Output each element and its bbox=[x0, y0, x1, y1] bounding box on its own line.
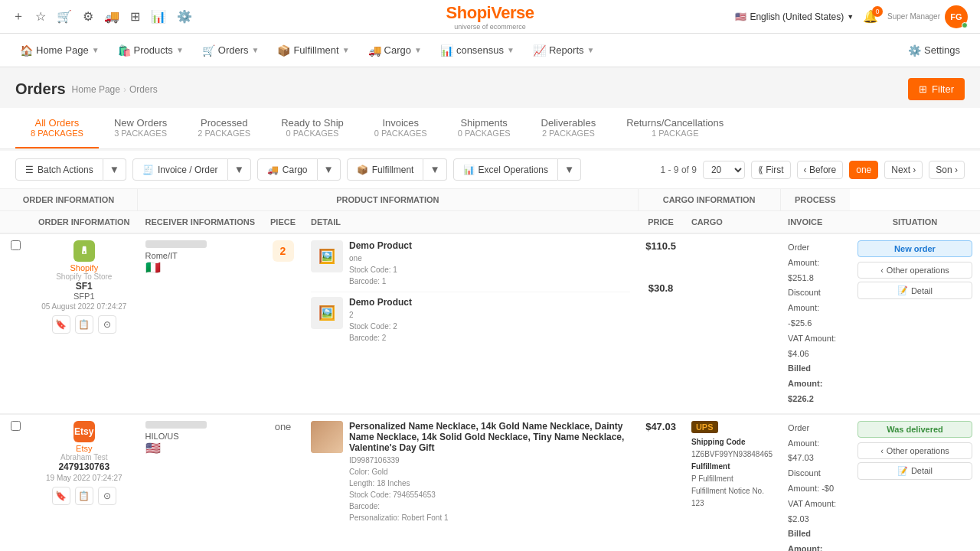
row2-detail-button[interactable]: 📝 Detail bbox=[858, 462, 972, 480]
last-page-button[interactable]: Son › bbox=[929, 161, 965, 179]
breadcrumb-sep: › bbox=[123, 84, 126, 95]
sidebar-item-orders[interactable]: 🛒 Orders ▼ bbox=[194, 40, 267, 61]
tab-returns[interactable]: Returns/Cancellations 1 PACKAGE bbox=[611, 108, 739, 148]
chart-icon[interactable]: 📊 bbox=[151, 9, 166, 24]
excel-button[interactable]: 📊 Excel Operations bbox=[453, 158, 558, 181]
tab-new-orders-label: New Orders bbox=[114, 117, 167, 129]
sidebar-item-consensus[interactable]: 📊 consensus ▼ bbox=[433, 40, 522, 61]
row1-billed: Billed Amount: $226.2 bbox=[788, 361, 842, 406]
row2-copy-btn[interactable]: 📋 bbox=[75, 487, 93, 505]
page-title-area: Orders Home Page › Orders bbox=[15, 80, 158, 98]
fulfillment-dropdown[interactable]: ▼ bbox=[423, 158, 446, 181]
tab-all-orders[interactable]: All Orders 8 PACKAGES bbox=[15, 108, 99, 148]
row1-location-text: Rome/IT bbox=[145, 251, 178, 260]
favorite-icon[interactable]: ☆ bbox=[35, 9, 46, 24]
tab-ready-to-ship[interactable]: Ready to Ship 0 PACKAGES bbox=[266, 108, 359, 148]
batch-icon: ☰ bbox=[25, 165, 34, 175]
user-profile[interactable]: Super Manager FG bbox=[887, 5, 968, 28]
row2-store-link[interactable]: Abraham Test bbox=[60, 453, 108, 461]
row2-checkbox[interactable] bbox=[11, 421, 21, 431]
batch-actions-label: Batch Actions bbox=[38, 165, 93, 175]
prev-page-button[interactable]: ‹ Before bbox=[797, 161, 844, 179]
row1-order-amount: Order Amount: $251.8 bbox=[788, 240, 842, 285]
row2-other-ops-button[interactable]: ‹ Other operations bbox=[858, 442, 972, 459]
row2-product-1-name: Personalized Name Necklace, 14k Gold Nam… bbox=[349, 421, 630, 453]
filter-label: Filter bbox=[932, 83, 954, 95]
cargo-dropdown[interactable]: ▼ bbox=[318, 158, 341, 181]
row1-product-2-meta: 2Stock Code: 2Barcode: 2 bbox=[349, 309, 412, 344]
gear-icon[interactable]: ⚙️ bbox=[177, 9, 192, 24]
grid-icon[interactable]: ⊞ bbox=[130, 9, 140, 24]
next-page-button[interactable]: Next › bbox=[884, 161, 923, 179]
row1-store-link[interactable]: Shopify To Store bbox=[56, 272, 112, 281]
row2-price-val: $47.03 bbox=[645, 421, 676, 432]
orders-table-container: ORDER INFORMATION PRODUCT INFORMATION CA… bbox=[0, 189, 980, 551]
row1-store-name[interactable]: Shopify bbox=[70, 263, 98, 272]
tab-new-orders[interactable]: New Orders 3 PACKAGES bbox=[99, 108, 182, 148]
us-flag-icon: 🇺🇸 bbox=[735, 11, 746, 22]
excel-dropdown[interactable]: ▼ bbox=[558, 158, 581, 181]
batch-actions-group: ☰ Batch Actions ▼ bbox=[15, 158, 126, 181]
row1-receiver-location: Rome/IT bbox=[145, 251, 255, 260]
row2-actions: 🔖 📋 ⊙ bbox=[52, 487, 116, 505]
row2-store-name[interactable]: Etsy bbox=[76, 444, 92, 453]
col-receiver: RECEIVER INFORMATIONS bbox=[138, 211, 263, 234]
tab-shipments[interactable]: Shipments 0 PACKAGES bbox=[443, 108, 526, 148]
filter-button[interactable]: ⊞ Filter bbox=[908, 78, 965, 100]
col-situation: SITUATION bbox=[850, 211, 980, 234]
row2-order-info: Etsy Etsy Abraham Test 2479130763 19 May… bbox=[31, 414, 138, 551]
sidebar-item-cargo[interactable]: 🚚 Cargo ▼ bbox=[361, 40, 430, 61]
notifications-button[interactable]: 🔔 0 bbox=[863, 9, 878, 24]
first-page-button[interactable]: ⟪ First bbox=[751, 161, 791, 179]
invoice-order-button[interactable]: 🧾 Invoice / Order bbox=[132, 158, 228, 181]
page-header: Orders Home Page › Orders ⊞ Filter bbox=[0, 67, 980, 108]
row1-checkbox[interactable] bbox=[11, 240, 21, 250]
tab-all-orders-count: 8 PACKAGES bbox=[31, 129, 83, 138]
row1-other-ops-button[interactable]: ‹ Other operations bbox=[858, 262, 972, 279]
truck-icon[interactable]: 🚚 bbox=[104, 9, 119, 24]
breadcrumb-home[interactable]: Home Page bbox=[72, 84, 120, 95]
row1-other-ops-label: Other operations bbox=[887, 266, 949, 275]
nav-fulfillment-label: Fulfillment bbox=[293, 44, 338, 56]
section-order-info: ORDER INFORMATION bbox=[0, 189, 138, 211]
consensus-icon: 📊 bbox=[440, 44, 453, 57]
cargo-button[interactable]: 🚚 Cargo bbox=[257, 158, 318, 181]
row2-more-btn[interactable]: ⊙ bbox=[98, 487, 116, 505]
cart-icon[interactable]: 🛒 bbox=[57, 9, 72, 24]
row2-bookmark-btn[interactable]: 🔖 bbox=[52, 487, 70, 505]
batch-actions-dropdown[interactable]: ▼ bbox=[103, 158, 126, 181]
fulfillment-button[interactable]: 📦 Fulfillment bbox=[347, 158, 424, 181]
row1-more-btn[interactable]: ⊙ bbox=[98, 315, 116, 334]
row1-products: 🖼️ Demo Product oneStock Code: 1Barcode:… bbox=[303, 233, 638, 414]
row1-product-2: 🖼️ Demo Product 2Stock Code: 2Barcode: 2 bbox=[311, 297, 630, 344]
row1-copy-btn[interactable]: 📋 bbox=[75, 315, 93, 334]
page-size-select[interactable]: 20 50 100 bbox=[703, 161, 745, 179]
settings-circle-icon[interactable]: ⚙ bbox=[83, 9, 93, 24]
user-role: Super Manager bbox=[887, 11, 940, 21]
sidebar-item-settings[interactable]: ⚙️ Settings bbox=[900, 40, 968, 61]
sidebar-item-home[interactable]: 🏠 Home Page ▼ bbox=[12, 40, 107, 61]
nav-settings-label: Settings bbox=[924, 44, 960, 56]
sidebar-item-products[interactable]: 🛍️ Products ▼ bbox=[110, 40, 191, 61]
plus-icon[interactable]: ＋ bbox=[12, 8, 24, 24]
row2-receiver-name bbox=[145, 421, 207, 429]
row2-receiver-location: HILO/US bbox=[145, 432, 255, 441]
orders-icon: 🛒 bbox=[202, 44, 215, 57]
col-piece: PIECE bbox=[263, 211, 303, 234]
row1-invoice: Order Amount: $251.8 Discount Amount: -$… bbox=[780, 233, 850, 414]
row1-flag: 🇮🇹 bbox=[145, 260, 255, 275]
tab-invoices[interactable]: Invoices 0 PACKAGES bbox=[359, 108, 443, 148]
notification-badge: 0 bbox=[872, 6, 883, 17]
table-row: Etsy Etsy Abraham Test 2479130763 19 May… bbox=[0, 414, 980, 551]
tab-processed[interactable]: Processed 2 PACKAGES bbox=[182, 108, 266, 148]
tab-deliverables[interactable]: Deliverables 2 PACKAGES bbox=[526, 108, 612, 148]
sidebar-item-fulfillment[interactable]: 📦 Fulfillment ▼ bbox=[270, 40, 357, 61]
language-selector[interactable]: 🇺🇸 English (United States) ▼ bbox=[735, 11, 854, 22]
batch-actions-button[interactable]: ☰ Batch Actions bbox=[15, 158, 103, 181]
sidebar-item-reports[interactable]: 📈 Reports ▼ bbox=[525, 40, 602, 61]
row1-detail-button[interactable]: 📝 Detail bbox=[858, 282, 972, 299]
row1-bookmark-btn[interactable]: 🔖 bbox=[52, 315, 70, 334]
products-chevron-icon: ▼ bbox=[176, 46, 184, 54]
invoice-order-dropdown[interactable]: ▼ bbox=[228, 158, 251, 181]
current-page-button[interactable]: one bbox=[849, 161, 878, 179]
